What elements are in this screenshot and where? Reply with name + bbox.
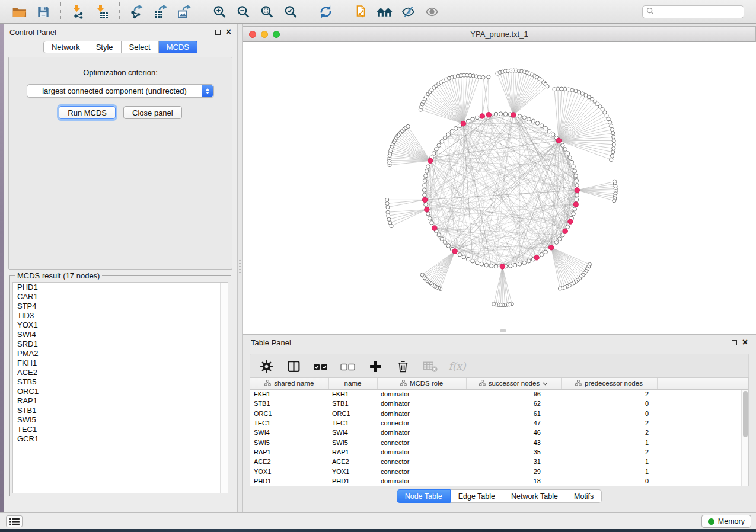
result-node-item[interactable]: YOX1 (13, 321, 228, 330)
mcds-hub-node[interactable] (432, 226, 437, 231)
mcds-hub-node[interactable] (452, 249, 458, 254)
network-node[interactable] (575, 179, 579, 183)
network-node[interactable] (487, 75, 490, 79)
network-node[interactable] (494, 264, 498, 268)
network-node[interactable] (570, 88, 574, 92)
import-network-button[interactable] (69, 3, 87, 21)
network-node[interactable] (440, 140, 444, 144)
table-row[interactable]: SWI5SWI5connector431 (250, 437, 748, 447)
network-node[interactable] (610, 154, 614, 158)
network-node[interactable] (513, 263, 517, 267)
mcds-hub-node[interactable] (422, 197, 428, 203)
mcds-hub-node[interactable] (486, 112, 492, 117)
network-node[interactable] (434, 148, 438, 152)
mcds-hub-node[interactable] (548, 245, 554, 250)
network-node[interactable] (547, 129, 551, 133)
result-node-item[interactable]: STP4 (13, 302, 228, 311)
network-node[interactable] (566, 225, 570, 229)
network-node[interactable] (566, 152, 570, 156)
column-header-predecessor-nodes[interactable]: predecessor nodes (561, 378, 657, 389)
network-node[interactable] (422, 188, 426, 193)
mcds-hub-node[interactable] (556, 138, 562, 143)
network-node[interactable] (424, 174, 428, 178)
network-node[interactable] (471, 117, 475, 121)
network-from-selection-button[interactable] (352, 3, 369, 21)
panel-splitter[interactable] (237, 24, 243, 512)
tab-mcds[interactable]: MCDS (159, 41, 197, 53)
mcds-hub-node[interactable] (568, 219, 573, 225)
network-node[interactable] (522, 261, 527, 265)
column-header-successor-nodes[interactable]: successor nodes (466, 378, 561, 389)
result-node-item[interactable]: SWI4 (13, 330, 228, 339)
home-button[interactable] (375, 3, 393, 21)
network-node[interactable] (503, 112, 508, 116)
search-field[interactable] (642, 5, 744, 18)
close-panel-button[interactable]: Close panel (123, 106, 182, 119)
network-node[interactable] (607, 117, 610, 121)
mcds-hub-node[interactable] (428, 158, 433, 164)
network-node[interactable] (508, 264, 512, 268)
network-node[interactable] (385, 201, 389, 205)
network-node[interactable] (612, 146, 615, 150)
deselect-all-button[interactable] (340, 358, 356, 374)
mcds-hub-node[interactable] (563, 229, 568, 234)
network-node[interactable] (471, 259, 475, 263)
result-node-item[interactable]: TEC1 (13, 425, 228, 434)
result-node-item[interactable]: ORC1 (13, 387, 228, 396)
network-node[interactable] (574, 174, 578, 178)
network-node[interactable] (443, 241, 447, 245)
mcds-hub-node[interactable] (480, 114, 485, 119)
table-row[interactable]: ORC1ORC1dominator610 (250, 409, 748, 418)
result-node-item[interactable]: RAP1 (13, 396, 228, 406)
network-node[interactable] (484, 263, 489, 267)
table-row[interactable]: ACE2ACE2connector311 (250, 457, 748, 466)
result-node-item[interactable]: GCR1 (13, 434, 228, 444)
network-node[interactable] (553, 88, 556, 91)
network-node[interactable] (527, 117, 531, 121)
network-node[interactable] (563, 87, 567, 91)
network-node[interactable] (443, 136, 447, 140)
network-node[interactable] (560, 87, 563, 91)
network-node[interactable] (546, 85, 549, 88)
table-row[interactable]: FKH1FKH1dominator962 (250, 389, 748, 399)
network-node[interactable] (475, 116, 479, 120)
network-node[interactable] (522, 116, 527, 120)
network-node[interactable] (387, 214, 390, 217)
network-node[interactable] (386, 210, 390, 214)
network-node[interactable] (556, 87, 560, 91)
network-node[interactable] (425, 169, 429, 174)
tab-network[interactable]: Network (43, 41, 88, 53)
network-node[interactable] (608, 120, 611, 124)
network-node[interactable] (446, 244, 451, 248)
network-node[interactable] (518, 262, 522, 266)
create-column-button[interactable] (368, 358, 383, 374)
network-node[interactable] (420, 273, 424, 277)
mcds-hub-node[interactable] (575, 188, 580, 193)
hide-graphics-details-button[interactable] (399, 3, 417, 21)
mcds-hub-node[interactable] (500, 264, 505, 270)
mcds-result-list[interactable]: PHD1CAR1STP4TID3YOX1SWI4SRD1PMA2FKH1ACE2… (12, 282, 228, 493)
network-node[interactable] (475, 261, 479, 265)
network-node[interactable] (544, 126, 548, 130)
network-node[interactable] (430, 221, 434, 225)
network-node[interactable] (477, 75, 481, 79)
tab-node-table[interactable]: Node Table (397, 489, 451, 503)
table-row[interactable]: TEC1TEC1connector472 (250, 418, 748, 428)
network-node[interactable] (572, 212, 576, 216)
export-image-button[interactable] (176, 3, 193, 21)
export-table-button[interactable] (152, 3, 170, 21)
network-node[interactable] (612, 143, 615, 146)
close-table-panel-icon[interactable]: × (742, 339, 748, 345)
table-row[interactable]: PHD1PHD1dominator180 (250, 476, 748, 486)
network-node[interactable] (572, 165, 576, 169)
network-node[interactable] (575, 193, 579, 197)
export-network-button[interactable] (128, 3, 146, 21)
network-node[interactable] (406, 124, 410, 128)
network-node[interactable] (458, 252, 462, 257)
network-node[interactable] (560, 143, 564, 148)
network-node[interactable] (454, 126, 458, 130)
network-node[interactable] (481, 75, 485, 79)
network-node[interactable] (385, 198, 389, 201)
network-node[interactable] (567, 88, 570, 91)
result-node-item[interactable]: ACE2 (13, 368, 228, 377)
